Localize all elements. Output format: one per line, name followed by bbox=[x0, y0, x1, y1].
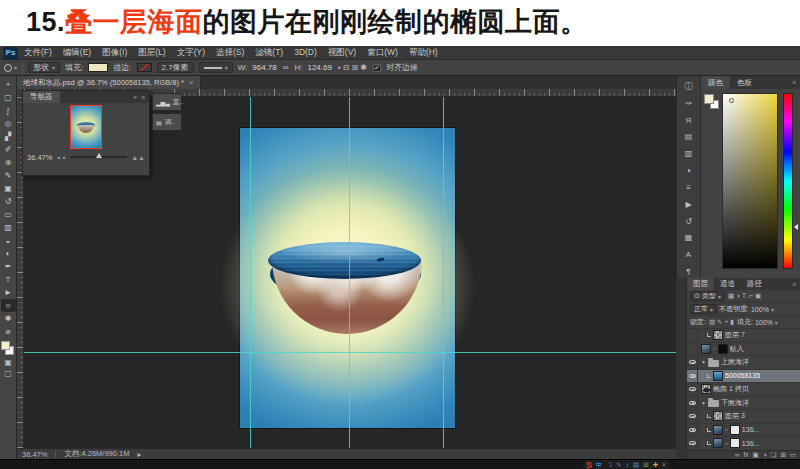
status-menu-arrow[interactable]: ▸ bbox=[137, 450, 141, 459]
menu-item-8[interactable]: 视图(V) bbox=[328, 47, 356, 59]
screen-mode-button[interactable]: ▢ bbox=[4, 368, 12, 379]
lock-all-icon[interactable]: ▮ bbox=[729, 318, 735, 325]
visibility-toggle[interactable] bbox=[687, 329, 698, 342]
color-picker-marker[interactable] bbox=[729, 98, 734, 103]
dodge-tool[interactable]: ◐ bbox=[1, 247, 16, 260]
layer-row[interactable]: ∞136... bbox=[687, 437, 800, 450]
history-brush-tool[interactable]: ↺ bbox=[1, 195, 16, 208]
keyboard-icon[interactable]: ▤ bbox=[633, 460, 639, 469]
visibility-toggle[interactable] bbox=[687, 437, 698, 450]
histogram-panel-button[interactable]: ▂▅▃直.. bbox=[152, 93, 182, 111]
hue-strip[interactable] bbox=[783, 93, 793, 269]
new-layer-button[interactable]: ⊞ bbox=[780, 451, 785, 459]
marquee-tool[interactable]: ▢ bbox=[1, 91, 16, 104]
layer-row[interactable]: ∞136... bbox=[687, 424, 800, 438]
sogou-input-bar[interactable]: S 中☽✎♪▤⊞✚× bbox=[583, 460, 669, 469]
visibility-toggle[interactable] bbox=[687, 356, 698, 369]
menu-item-5[interactable]: 选择(S) bbox=[216, 47, 244, 59]
moon-icon[interactable]: ☽ bbox=[607, 460, 613, 469]
stroke-swatch[interactable] bbox=[137, 63, 152, 72]
layer-row[interactable]: 图层 3 bbox=[687, 410, 800, 424]
navigator-zoom-field[interactable]: 36.47% bbox=[27, 153, 52, 162]
lock-transparent-icon[interactable]: ▨ bbox=[708, 318, 716, 325]
fill-swatch[interactable] bbox=[88, 63, 108, 72]
layer-thumbnail[interactable] bbox=[713, 438, 723, 448]
filter-smart-objects-icon[interactable]: ▣ bbox=[754, 292, 762, 299]
visibility-toggle[interactable] bbox=[687, 383, 698, 396]
move-tool[interactable]: + bbox=[1, 78, 16, 91]
new-group-button[interactable]: ❏ bbox=[771, 451, 777, 459]
link-layers-button[interactable]: ∞ bbox=[735, 451, 740, 459]
align-edges-checkbox[interactable]: ✓ bbox=[373, 64, 381, 72]
close-document-icon[interactable]: × bbox=[189, 78, 194, 87]
menu-item-6[interactable]: 滤镜(T) bbox=[255, 47, 283, 59]
hue-marker[interactable] bbox=[794, 224, 798, 230]
layer-mask-thumbnail[interactable] bbox=[730, 438, 740, 448]
filter-pixel-layers-icon[interactable]: ▦ bbox=[727, 292, 735, 299]
blur-tool[interactable]: ◒ bbox=[1, 234, 16, 247]
collapse-panel-icon[interactable]: « bbox=[133, 94, 137, 101]
path-arrangement-icon[interactable]: ⊞ bbox=[350, 63, 359, 72]
clipboard-icon[interactable]: ⊞ bbox=[643, 460, 648, 469]
adjustments-panel-icon[interactable]: ◑ bbox=[680, 164, 698, 177]
expand-caret-icon[interactable]: ▼ bbox=[701, 400, 706, 406]
layer-thumbnail[interactable] bbox=[701, 384, 711, 394]
lock-pixels-icon[interactable]: ✎ bbox=[716, 318, 723, 325]
type-tool[interactable]: T bbox=[1, 273, 16, 286]
link-dimensions-icon[interactable]: ∞ bbox=[282, 63, 290, 72]
visibility-toggle[interactable] bbox=[687, 397, 698, 410]
voice-icon[interactable]: ♪ bbox=[626, 460, 629, 469]
layer-thumbnail[interactable] bbox=[701, 344, 711, 354]
gear-icon[interactable]: ✱ bbox=[359, 63, 368, 72]
histogram-panel-icon[interactable]: ▥ bbox=[680, 147, 698, 160]
path-selection-tool[interactable]: ► bbox=[1, 286, 16, 299]
wrench-icon[interactable]: × bbox=[662, 460, 666, 469]
layer-thumbnail[interactable] bbox=[713, 425, 723, 435]
menu-item-10[interactable]: 帮助(H) bbox=[409, 47, 438, 59]
color-swatches[interactable] bbox=[0, 340, 16, 357]
menu-item-3[interactable]: 图层(L) bbox=[138, 47, 165, 59]
lasso-tool[interactable]: ʃ bbox=[1, 104, 16, 117]
fill-value[interactable]: 100% bbox=[755, 319, 773, 326]
tab-color[interactable]: 颜色 bbox=[701, 76, 730, 89]
new-adjustment-layer-button[interactable]: ◑ bbox=[763, 451, 767, 459]
navigator-view-box[interactable] bbox=[70, 105, 102, 149]
history-panel-icon[interactable]: ↺ bbox=[680, 215, 698, 228]
visibility-toggle[interactable] bbox=[687, 424, 698, 437]
menu-item-0[interactable]: 文件(F) bbox=[24, 47, 52, 59]
opacity-value[interactable]: 100% bbox=[751, 306, 769, 313]
layer-row[interactable]: 图层 7 bbox=[687, 329, 800, 343]
layer-mask-thumbnail[interactable] bbox=[718, 344, 728, 354]
character-panel-icon[interactable]: A bbox=[680, 248, 698, 261]
document-tab[interactable]: 地球和水晶.psd @ 36.7% (500058135, RGB/8) * × bbox=[17, 76, 201, 89]
actions-panel-icon[interactable]: ▶ bbox=[680, 198, 698, 211]
layer-mask-thumbnail[interactable] bbox=[730, 425, 740, 435]
hand-tool[interactable]: ✱ bbox=[1, 312, 16, 325]
plus-icon[interactable]: ✚ bbox=[653, 460, 658, 469]
pen-icon[interactable]: ✎ bbox=[616, 460, 621, 469]
layer-row[interactable]: 500058135 bbox=[687, 370, 800, 384]
height-value[interactable]: 124.69 bbox=[307, 63, 331, 72]
menu-item-4[interactable]: 文字(Y) bbox=[177, 47, 205, 59]
delete-layer-button[interactable]: ▭ bbox=[790, 451, 796, 459]
styles-panel-icon[interactable]: ▦ bbox=[680, 231, 698, 244]
pen-tool[interactable]: ✒ bbox=[1, 260, 16, 273]
eyedropper-tool[interactable]: ✐ bbox=[1, 143, 16, 156]
panel-menu-icon[interactable]: ≡ bbox=[141, 94, 145, 101]
blend-mode-select[interactable]: 正常▾ bbox=[690, 304, 717, 314]
zoom-slider[interactable] bbox=[70, 156, 127, 158]
layer-thumbnail[interactable] bbox=[713, 330, 723, 340]
info-panel-icon[interactable]: ⓘ bbox=[680, 80, 698, 93]
layer-thumbnail[interactable] bbox=[713, 371, 723, 381]
visibility-toggle[interactable] bbox=[687, 370, 698, 383]
foreground-color-swatch[interactable] bbox=[704, 94, 714, 104]
clone-source-panel-icon[interactable]: ✑ bbox=[680, 97, 698, 110]
quick-mask-button[interactable]: ▣ bbox=[4, 357, 12, 368]
panel-menu-icon[interactable]: ≡ bbox=[792, 79, 800, 86]
healing-brush-tool[interactable]: ⊕ bbox=[1, 156, 16, 169]
stroke-type-select[interactable]: ▾ bbox=[199, 62, 233, 73]
tool-mode-select[interactable]: 形状▾ bbox=[28, 62, 60, 73]
stroke-width-input[interactable]: 2.7像素 bbox=[157, 62, 194, 73]
menu-item-2[interactable]: 图像(I) bbox=[102, 47, 127, 59]
navigator-tab[interactable]: 导航器 bbox=[23, 91, 60, 103]
